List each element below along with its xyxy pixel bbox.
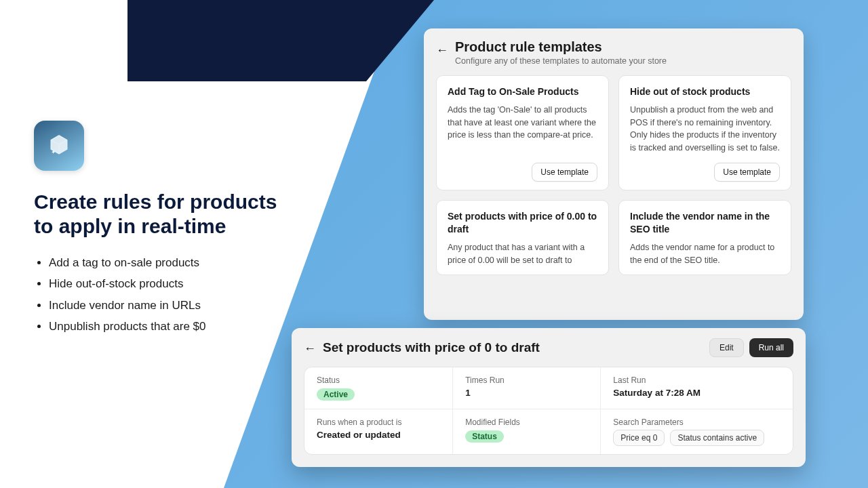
template-card-desc: Any product that has a variant with a pr… [448,241,597,267]
template-card[interactable]: Hide out of stock products Unpublish a p… [618,75,791,190]
templates-subtitle: Configure any of these templates to auto… [455,56,667,66]
bullet-item: Add a tag to on-sale products [49,252,292,273]
cell-value: 1 [465,388,588,398]
template-card-title: Include the vendor name in the SEO title [630,210,780,236]
bullet-item: Unpublish products that are $0 [49,316,292,337]
template-card-title: Add Tag to On-Sale Products [448,85,597,98]
marketing-headline: Create rules for products to apply in re… [34,190,292,239]
detail-title: Set products with price of 0 to draft [323,340,703,355]
modified-fields-cell: Modified Fields Status [452,409,600,454]
back-arrow-icon[interactable]: ← [436,39,448,59]
templates-title: Product rule templates [455,39,667,55]
search-params-row: Price eq 0 Status contains active [613,430,781,446]
info-row: Status Active Times Run 1 Last Run Satur… [304,367,793,409]
status-cell: Status Active [304,367,452,409]
detail-actions: Edit Run all [709,338,793,357]
search-param-chip: Price eq 0 [613,430,665,446]
cube-sparkle-icon [45,132,73,159]
bullet-item: Include vendor name in URLs [49,295,292,316]
detail-info-card: Status Active Times Run 1 Last Run Satur… [304,367,793,455]
search-params-cell: Search Parameters Price eq 0 Status cont… [600,409,793,454]
cell-label: Modified Fields [465,418,588,427]
templates-grid: Add Tag to On-Sale Products Adds the tag… [436,75,791,275]
marketing-bullets: Add a tag to on-sale products Hide out-o… [34,252,292,338]
use-template-button[interactable]: Use template [532,163,597,182]
cell-value: Saturday at 7:28 AM [613,388,781,398]
search-param-chip: Status contains active [670,430,764,446]
template-card-title: Set products with price of 0.00 to draft [448,210,597,236]
cell-label: Last Run [613,375,781,385]
back-arrow-icon[interactable]: ← [304,338,316,357]
use-template-button[interactable]: Use template [714,163,780,182]
detail-header: ← Set products with price of 0 to draft … [304,338,793,357]
template-card[interactable]: Include the vendor name in the SEO title… [618,200,791,275]
app-icon [34,121,84,171]
run-all-button[interactable]: Run all [749,338,793,357]
template-card-desc: Unpublish a product from the web and POS… [630,104,780,156]
template-card[interactable]: Add Tag to On-Sale Products Adds the tag… [436,75,609,190]
template-card-desc: Adds the tag 'On-Sale' to all products t… [448,104,597,156]
template-card-desc: Adds the vendor name for a product to th… [630,241,780,267]
templates-header: ← Product rule templates Configure any o… [436,39,791,66]
cell-label: Status [317,375,440,385]
cell-value: Created or updated [317,430,440,440]
template-card[interactable]: Set products with price of 0.00 to draft… [436,200,609,275]
rule-detail-panel: ← Set products with price of 0 to draft … [292,328,806,467]
info-row: Runs when a product is Created or update… [304,409,793,454]
edit-button[interactable]: Edit [709,338,744,357]
status-badge: Active [317,388,355,401]
marketing-block: Create rules for products to apply in re… [34,121,292,338]
templates-panel: ← Product rule templates Configure any o… [424,28,804,320]
runs-when-cell: Runs when a product is Created or update… [304,409,452,454]
cell-label: Search Parameters [613,418,781,427]
template-card-title: Hide out of stock products [630,85,780,98]
times-run-cell: Times Run 1 [452,367,600,409]
modified-field-badge: Status [465,430,504,443]
bullet-item: Hide out-of-stock products [49,273,292,294]
cell-label: Times Run [465,375,588,385]
last-run-cell: Last Run Saturday at 7:28 AM [600,367,793,409]
cell-label: Runs when a product is [317,418,440,427]
